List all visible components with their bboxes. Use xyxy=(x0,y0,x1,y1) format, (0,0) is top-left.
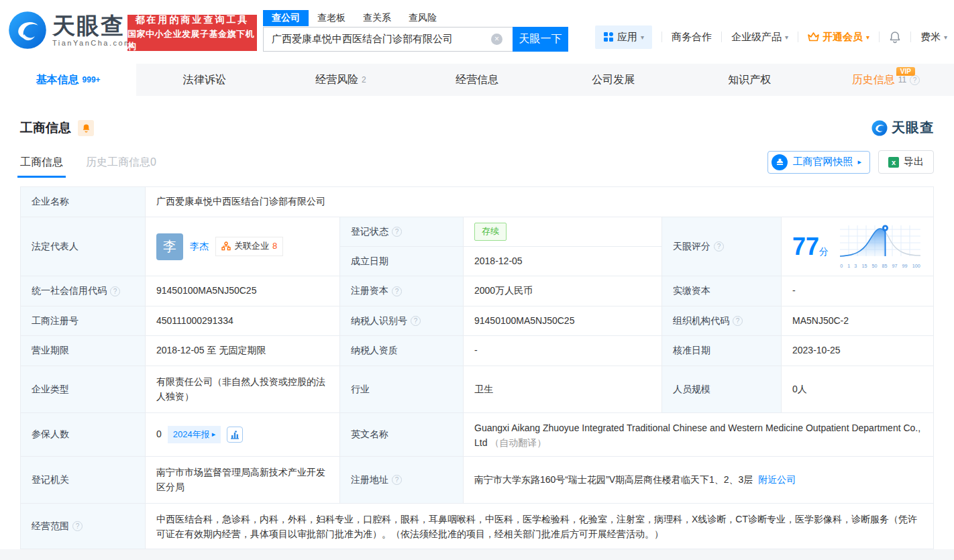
establish-date-value: 2018-12-05 xyxy=(464,247,662,276)
paid-capital-value: - xyxy=(782,276,934,306)
banner-line2: 国家中小企业发展子基金旗下机构 xyxy=(127,28,257,52)
section-title: 工商信息 xyxy=(20,119,71,137)
excel-icon: x xyxy=(888,157,899,168)
help-icon[interactable]: ? xyxy=(72,521,83,531)
help-icon[interactable]: ? xyxy=(110,286,120,296)
divider xyxy=(661,32,662,42)
reg-authority-value: 南宁市市场监督管理局高新技术产业开发区分局 xyxy=(146,457,340,504)
brand-name: 天眼查 xyxy=(892,119,934,137)
banner-line1: 都在用的商业查询工具 xyxy=(136,14,250,26)
taxpayer-id-label: 纳税人识别号 ? xyxy=(340,306,464,336)
tab-label: 公司发展 xyxy=(592,73,635,87)
nav-apps[interactable]: 应用 ▾ xyxy=(595,25,652,49)
reg-number-label: 工商注册号 xyxy=(21,306,146,336)
tab-legal[interactable]: 法律诉讼 xyxy=(136,64,272,96)
help-icon[interactable]: ? xyxy=(392,227,402,237)
address-cell: 南宁市大学东路160号“瑞士花园”V期高层商住楼君临天下1、2、3层 附近公司 xyxy=(464,457,934,504)
related-companies-badge[interactable]: 关联企业 8 xyxy=(215,237,283,256)
insured-trend-button[interactable] xyxy=(227,427,243,443)
nav-enterprise-label: 企业级产品 xyxy=(731,31,782,44)
tab-label: 基本信息 xyxy=(36,73,79,87)
nav-cooperation[interactable]: 商务合作 xyxy=(672,31,712,44)
help-icon[interactable]: ? xyxy=(733,316,743,326)
legal-rep-link[interactable]: 李杰 xyxy=(190,239,209,254)
stamp-icon xyxy=(772,154,788,170)
reg-status-value: 存续 xyxy=(464,217,662,247)
taxpayer-id-value: 91450100MA5NJ50C25 xyxy=(464,306,662,336)
avatar[interactable]: 李 xyxy=(156,233,183,260)
nav-vip[interactable]: 开通会员 ▾ xyxy=(808,31,869,44)
main-tabstrip: 基本信息 999+ 法律诉讼 经营风险 2 经营信息 公司发展 知识产权 VIP… xyxy=(0,64,954,96)
search-area: 查公司 查老板 查关系 查风险 天眼一下 × xyxy=(263,9,568,52)
reg-status-label: 登记状态 ? xyxy=(340,217,464,247)
chevron-down-icon: ▾ xyxy=(641,34,644,41)
official-snapshot-button[interactable]: 工商官网快照 ▸ xyxy=(767,151,870,174)
top-nav: 应用 ▾ 商务合作 企业级产品 ▾ 开通会员 ▾ 费米 ▾ xyxy=(595,24,947,50)
tab-operating-info[interactable]: 经营信息 xyxy=(409,64,545,96)
search-tab-company[interactable]: 查公司 xyxy=(263,10,309,26)
staff-size-value: 0人 xyxy=(782,366,934,413)
clear-search-icon[interactable]: × xyxy=(491,34,502,45)
business-scope-label: 经营范围 ? xyxy=(21,504,146,549)
tianyancha-swirl-icon xyxy=(8,11,47,50)
tab-company-development[interactable]: 公司发展 xyxy=(545,64,682,96)
arrow-right-icon: ▸ xyxy=(857,158,861,166)
company-name-label: 企业名称 xyxy=(21,187,146,217)
chevron-down-icon: ▾ xyxy=(785,34,788,41)
divider xyxy=(910,32,911,42)
insured-label: 参保人数 xyxy=(21,413,146,457)
divider xyxy=(879,32,880,42)
help-icon[interactable]: ? xyxy=(392,286,402,296)
search-tab-relation[interactable]: 查关系 xyxy=(354,10,400,26)
section-header: 工商信息 天眼查 xyxy=(0,96,954,137)
company-type-value: 有限责任公司（非自然人投资或控股的法人独资） xyxy=(146,366,340,413)
brand-watermark: 天眼查 xyxy=(871,119,934,137)
org-code-value: MA5NJ50C-2 xyxy=(782,306,934,336)
tab-history-info[interactable]: VIP 历史信息 11 ? xyxy=(818,64,954,96)
nearby-companies-link[interactable]: 附近公司 xyxy=(758,473,796,488)
subtab-history-business-info[interactable]: 历史工商信息0 xyxy=(86,156,156,178)
address-value: 南宁市大学东路160号“瑞士花园”V期高层商住楼君临天下1、2、3层 xyxy=(474,473,753,488)
tianyancha-logo[interactable]: 天眼查 TianYanCha.com xyxy=(8,11,132,50)
tab-intellectual-property[interactable]: 知识产权 xyxy=(682,64,818,96)
export-button[interactable]: x 导出 xyxy=(878,150,934,174)
help-icon[interactable]: ? xyxy=(392,475,402,485)
notification-bell-icon[interactable] xyxy=(889,31,901,44)
org-chart-icon xyxy=(221,241,231,251)
snapshot-label: 工商官网快照 xyxy=(792,156,853,168)
search-tab-boss[interactable]: 查老板 xyxy=(309,10,354,26)
help-icon[interactable]: ? xyxy=(910,75,920,85)
credit-code-value: 91450100MA5NJ50C25 xyxy=(146,276,340,306)
nav-user[interactable]: 费米 ▾ xyxy=(920,31,947,44)
arrow-right-icon: ▸ xyxy=(212,429,216,440)
status-badge: 存续 xyxy=(474,223,507,240)
reg-number-value: 450111000291334 xyxy=(146,306,340,336)
tab-label: 知识产权 xyxy=(728,73,771,87)
subtab-business-info[interactable]: 工商信息 xyxy=(20,156,63,178)
approval-date-value: 2023-10-25 xyxy=(782,336,934,366)
reg-capital-value: 2000万人民币 xyxy=(464,276,662,306)
help-icon[interactable]: ? xyxy=(411,316,421,326)
nav-enterprise[interactable]: 企业级产品 ▾ xyxy=(731,31,788,44)
tab-basic-info[interactable]: 基本信息 999+ xyxy=(0,64,136,96)
score-axis-labels: 0131550859799100 xyxy=(840,262,920,270)
related-companies-count: 8 xyxy=(272,239,277,253)
monitor-bell-icon[interactable] xyxy=(78,120,94,136)
subtab-row: 工商信息 历史工商信息0 工商官网快照 ▸ x 导出 xyxy=(0,137,954,178)
english-name-label: 英文名称 xyxy=(340,413,464,457)
annual-report-badge[interactable]: 2024年报 ▸ xyxy=(168,426,221,443)
nav-user-label: 费米 xyxy=(920,31,941,44)
chevron-down-icon: ▾ xyxy=(944,34,947,41)
export-label: 导出 xyxy=(904,156,924,168)
search-button[interactable]: 天眼一下 xyxy=(513,27,568,52)
business-info-table: 企业名称 广西爱康卓悦中西医结合门诊部有限公司 法定代表人 李 李杰 关联企业 … xyxy=(20,186,934,549)
tab-count: 999+ xyxy=(83,75,101,85)
business-term-value: 2018-12-05 至 无固定期限 xyxy=(146,336,340,366)
score-distribution-chart: 0131550859799100 xyxy=(838,223,922,270)
tab-label: 经营信息 xyxy=(456,73,498,87)
tab-operating-risk[interactable]: 经营风险 2 xyxy=(272,64,409,96)
help-icon[interactable]: ? xyxy=(714,241,724,251)
search-input[interactable] xyxy=(263,27,513,52)
search-tab-risk[interactable]: 查风险 xyxy=(400,10,445,26)
industry-label: 行业 xyxy=(340,366,464,413)
